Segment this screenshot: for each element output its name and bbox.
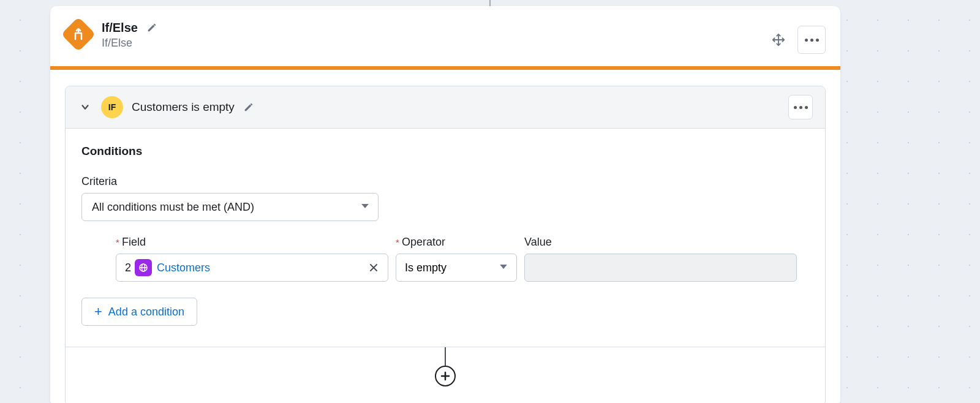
ellipsis-icon bbox=[805, 39, 819, 42]
move-icon bbox=[772, 33, 785, 47]
node-title: If/Else bbox=[102, 21, 138, 35]
operator-column-label: Operator bbox=[396, 236, 517, 249]
value-input bbox=[524, 254, 797, 282]
pencil-icon bbox=[243, 102, 254, 113]
branch-name: Customers is empty bbox=[132, 100, 235, 114]
plus-icon: + bbox=[94, 304, 102, 320]
move-handle[interactable] bbox=[771, 32, 786, 48]
node-more-button[interactable] bbox=[797, 26, 826, 54]
plus-icon bbox=[440, 371, 451, 382]
value-column-label: Value bbox=[524, 236, 797, 249]
caret-down-icon bbox=[499, 262, 508, 274]
field-step-number: 2 bbox=[125, 262, 131, 274]
field-name: Customers bbox=[157, 262, 210, 274]
field-input[interactable]: 2 Customers bbox=[116, 254, 388, 282]
connector-line-top bbox=[489, 0, 491, 6]
conditions-heading: Conditions bbox=[81, 145, 809, 158]
operator-select[interactable]: Is empty bbox=[396, 254, 517, 282]
operator-value: Is empty bbox=[405, 262, 447, 274]
pencil-icon bbox=[146, 22, 157, 33]
criteria-value: All conditions must be met (AND) bbox=[92, 201, 254, 214]
add-condition-button[interactable]: + Add a condition bbox=[81, 298, 197, 326]
criteria-select[interactable]: All conditions must be met (AND) bbox=[81, 193, 379, 221]
add-branch-divider bbox=[66, 347, 825, 403]
branch-panel: IF Customers is empty Conditions Criteri… bbox=[65, 86, 826, 403]
close-icon bbox=[369, 263, 379, 273]
branch-more-button[interactable] bbox=[788, 95, 813, 119]
node-subtitle: If/Else bbox=[102, 37, 771, 50]
add-step-button[interactable] bbox=[435, 366, 456, 386]
edit-branch-name-button[interactable] bbox=[241, 99, 257, 115]
branch-header: IF Customers is empty bbox=[66, 86, 825, 129]
node-header-text: If/Else If/Else bbox=[102, 20, 771, 50]
chevron-down-icon bbox=[80, 102, 91, 113]
ifelse-node-icon bbox=[61, 17, 96, 52]
node-card: If/Else If/Else bbox=[50, 6, 840, 403]
node-header: If/Else If/Else bbox=[50, 6, 840, 70]
field-column-label: Field bbox=[116, 236, 388, 249]
collapse-branch-button[interactable] bbox=[78, 100, 92, 115]
clear-field-button[interactable] bbox=[360, 254, 388, 281]
caret-down-icon bbox=[361, 201, 369, 214]
add-condition-label: Add a condition bbox=[108, 306, 184, 318]
if-badge: IF bbox=[101, 96, 123, 118]
ellipsis-icon bbox=[794, 106, 808, 109]
globe-icon bbox=[135, 259, 152, 276]
connector-line bbox=[445, 347, 446, 366]
criteria-label: Criteria bbox=[81, 175, 809, 188]
edit-title-button[interactable] bbox=[144, 20, 160, 36]
